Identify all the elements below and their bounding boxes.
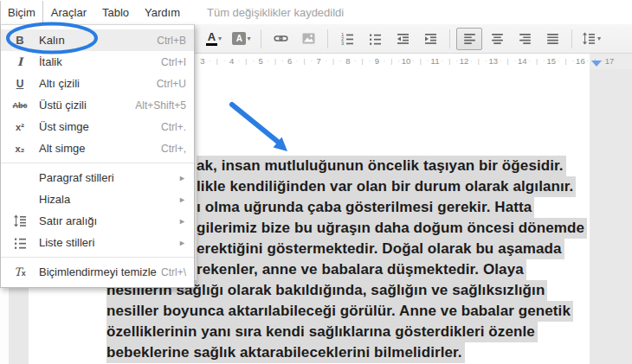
ruler-tick: | [390, 57, 392, 65]
insert-link-icon [274, 31, 288, 46]
numbered-list-button[interactable]: 123 [334, 28, 360, 50]
strikethrough-icon: Abc [1, 101, 39, 110]
align-right-icon [518, 31, 532, 46]
selected-text-line[interactable]: özelliklerinin yanı sıra kendi sağlıklar… [106, 322, 538, 342]
ruler-tick: · [485, 57, 487, 65]
menu-separator [1, 257, 194, 258]
menu-item-shortcut: Ctrl+. [161, 121, 186, 133]
svg-text:3: 3 [341, 41, 345, 46]
ruler-tick: · [543, 57, 545, 65]
menu-item-underline[interactable]: UAltı çiziliCtrl+U [1, 73, 194, 94]
menu-item-bold[interactable]: BKalınCtrl+B [1, 29, 194, 51]
menubar-item-tools[interactable]: Araçlar [43, 1, 94, 24]
justify-button[interactable] [539, 28, 565, 50]
ruler-tick: | [303, 57, 305, 65]
ruler-tick: · [267, 57, 269, 65]
ruler-tick: · [558, 57, 560, 65]
ruler-tick: · [281, 57, 284, 65]
dropdown-caret-icon: ▾ [597, 35, 601, 42]
toolbar-separator [327, 29, 328, 48]
ruler-tick: · [412, 57, 415, 65]
insert-image-button[interactable] [295, 28, 321, 50]
menu-item-label: Üst simge [39, 120, 161, 133]
ruler-tick: · [455, 57, 458, 65]
menu-item-shortcut: Ctrl+, [161, 143, 186, 155]
align-center-icon [490, 31, 505, 46]
menubar-item-table[interactable]: Tablo [94, 1, 137, 24]
underline-icon: U [1, 78, 39, 90]
bulleted-list-button[interactable] [362, 28, 388, 50]
selected-text-line[interactable]: rekenler, anne ve babalara düşmektedir. … [197, 259, 526, 280]
align-left-button[interactable] [456, 28, 482, 50]
list-icon [1, 235, 39, 250]
ruler-tick: | [448, 57, 450, 65]
increase-indent-button[interactable] [417, 28, 443, 50]
ruler-number: 12 [460, 56, 469, 66]
line-spacing-icon [582, 31, 597, 46]
highlight-color-button[interactable]: A▾ [229, 28, 255, 50]
superscript-icon: x² [1, 122, 39, 132]
menu-bar: BiçimAraçlarTabloYardım Tüm değişiklikle… [0, 0, 632, 24]
menu-item-italic[interactable]: IİtalikCtrl+I [1, 51, 194, 73]
submenu-arrow-icon: ► [178, 239, 186, 247]
ruler-tick: · [427, 57, 429, 65]
menu-item-paragraph-styles[interactable]: Paragraf stilleri► [1, 167, 194, 188]
ruler-tick: | [332, 57, 334, 65]
menu-item-line-spacing[interactable]: Satır aralığı► [1, 210, 194, 232]
ruler-number: 6 [287, 56, 292, 66]
ruler-tick: · [325, 57, 327, 65]
ruler-tick: · [514, 57, 517, 65]
menu-item-shortcut: Ctrl+B [157, 35, 186, 47]
menu-item-label: İtalik [39, 55, 161, 68]
menu-item-label: Liste stilleri [39, 236, 178, 249]
ruler-tick: · [397, 57, 400, 65]
dropdown-caret-icon: ▾ [218, 35, 222, 42]
selected-text-line[interactable]: erektiğini göstermektedir. Doğal olarak … [197, 239, 564, 259]
align-right-button[interactable] [512, 28, 538, 50]
clear-formatting-icon: Tx [1, 265, 39, 278]
align-center-button[interactable] [484, 28, 510, 50]
ruler-tick: · [528, 57, 531, 65]
toolbar-separator [261, 29, 261, 48]
ruler-tick: · [500, 57, 502, 65]
menu-item-align[interactable]: Hizala► [1, 188, 194, 210]
menu-item-label: Satır aralığı [39, 214, 178, 227]
right-indent-marker[interactable] [591, 61, 602, 67]
ruler-tick: · [339, 57, 342, 65]
menubar-item-format[interactable]: Biçim [0, 1, 43, 24]
selected-text-line[interactable]: gilerimiz bize bu uğraşın daha doğum önc… [197, 218, 587, 239]
line-spacing-button[interactable]: ▾ [578, 28, 604, 50]
menu-item-label: Biçimlendirmeyi temizle [39, 265, 161, 278]
increase-indent-icon [423, 31, 438, 46]
menu-item-list-styles[interactable]: Liste stilleri► [1, 232, 194, 253]
menu-item-label: Paragraf stilleri [39, 171, 178, 184]
text-color-button[interactable]: A▾ [201, 28, 227, 50]
ruler-number: 17 [605, 56, 615, 66]
ruler-tick: | [274, 57, 276, 65]
ruler-tick: · [369, 57, 371, 65]
insert-link-button[interactable] [268, 28, 293, 50]
menu-item-strikethrough[interactable]: AbcÜstü çiziliAlt+Shift+5 [1, 94, 194, 116]
selected-text-line[interactable]: likle kendiliğinden var olan bir durum o… [197, 176, 576, 197]
decrease-indent-button[interactable] [390, 28, 416, 50]
format-menu: BKalınCtrl+BIİtalikCtrl+IUAltı çiziliCtr… [0, 24, 195, 288]
ruler-number: 5 [258, 56, 262, 66]
ruler-tick: · [442, 57, 444, 65]
menu-item-label: Kalın [39, 34, 157, 47]
ruler-tick: · [354, 57, 357, 65]
menu-item-subscript[interactable]: x₂Alt simgeCtrl+, [1, 137, 194, 159]
menu-item-shortcut: Ctrl+U [157, 78, 186, 90]
ruler-number: 14 [518, 56, 527, 66]
menu-item-label: Alt simge [39, 142, 161, 155]
selected-text-line[interactable]: bebeklerine sağlık aktarabileceklerini b… [106, 342, 465, 363]
menu-item-superscript[interactable]: x²Üst simgeCtrl+. [1, 116, 194, 137]
menu-item-clear-formatting[interactable]: TxBiçimlendirmeyi temizleCtrl+\ [1, 261, 194, 283]
selected-text-line[interactable]: nesiller boyunca aktarılabileceği görülü… [106, 301, 573, 322]
menubar-item-help[interactable]: Yardım [137, 1, 188, 24]
ruler-tick: · [238, 57, 241, 65]
selected-text-line[interactable]: ı olma uğrunda çaba gösterilmesi gerekir… [197, 197, 534, 218]
menu-item-label: Hizala [39, 193, 178, 206]
selected-text-line[interactable]: ak, insan mutluluğunun öncelik taşıyan b… [197, 156, 566, 176]
ruler-number: 7 [317, 56, 321, 66]
menu-item-shortcut: Ctrl+I [161, 56, 186, 68]
